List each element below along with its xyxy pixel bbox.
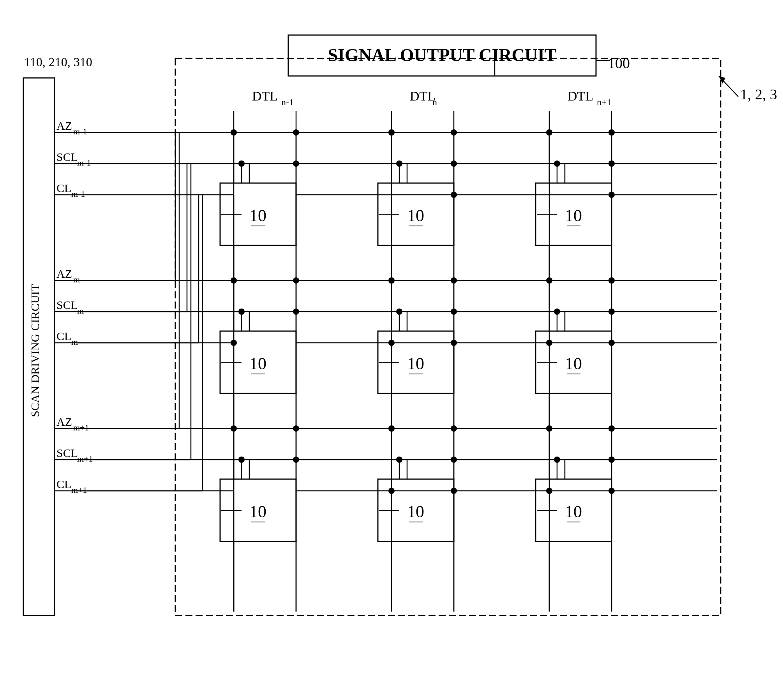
dtl-n-minus-1: DTL — [252, 89, 278, 103]
cell-3-1: 10 — [249, 502, 266, 521]
corner-label: 1, 2, 3 — [740, 86, 777, 102]
dtl-n-sub: n — [432, 97, 437, 107]
svg-point-108 — [608, 488, 615, 494]
cell-2-3: 10 — [565, 354, 582, 373]
az-m-sub: m — [73, 275, 80, 284]
dtl-n-plus-1: DTL — [568, 89, 593, 103]
dtl-n-minus-1-sub: n-1 — [281, 97, 294, 107]
svg-point-100 — [608, 340, 615, 346]
cell-1-1: 10 — [249, 206, 266, 225]
source-label: 110, 210, 310 — [24, 55, 92, 69]
scl-m-label: SCL — [56, 298, 78, 311]
cell-3-3: 10 — [565, 502, 582, 521]
scl-m-plus-1-sub: m+1 — [77, 454, 93, 464]
az-m-minus-1-sub: m-1 — [73, 127, 87, 136]
dtl-n-plus-1-sub: n+1 — [597, 97, 612, 107]
cl-m-plus-1-label: CL — [56, 478, 71, 490]
scl-m-sub: m — [77, 306, 84, 316]
cell-1-2: 10 — [407, 206, 424, 225]
cell-2-1: 10 — [249, 354, 266, 373]
dtl-n: DTL — [410, 89, 436, 103]
scl-m-minus-1-label: SCL — [56, 150, 78, 163]
cell-1-3: 10 — [565, 206, 582, 225]
cl-m-minus-1-sub: m-1 — [71, 189, 85, 199]
az-m-plus-1-sub: m+1 — [73, 423, 89, 432]
svg-point-102 — [451, 192, 457, 198]
az-m-plus-1-label: AZ — [56, 415, 72, 428]
cl-m-sub: m — [71, 337, 78, 347]
cl-m-minus-1-label: CL — [56, 182, 71, 194]
cl-m-plus-1-sub: m+1 — [71, 485, 87, 495]
diagram-container: SIGNAL OUTPUT CIRCUIT 100 1, 2, 3 110, 2… — [0, 0, 783, 700]
svg-point-95 — [231, 340, 237, 346]
svg-point-99 — [451, 340, 457, 346]
scan-driving-circuit-label: SCAN DRIVING CIRCUIT — [28, 284, 41, 417]
svg-point-107 — [546, 488, 552, 494]
cl-m-label: CL — [56, 330, 71, 342]
az-m-minus-1-label: AZ — [56, 119, 72, 132]
circuit-diagram: SIGNAL OUTPUT CIRCUIT 100 1, 2, 3 110, 2… — [0, 0, 783, 700]
reference-100: 100 — [608, 55, 630, 71]
svg-point-106 — [451, 488, 457, 494]
az-m-label: AZ — [56, 267, 72, 280]
scl-m-minus-1-sub: m-1 — [77, 158, 91, 168]
svg-point-103 — [608, 192, 615, 198]
cell-2-2: 10 — [407, 354, 424, 373]
scl-m-plus-1-label: SCL — [56, 446, 78, 459]
svg-rect-1 — [175, 58, 721, 615]
circuit-title: SIGNAL OUTPUT CIRCUIT — [328, 45, 556, 65]
svg-point-105 — [388, 488, 395, 494]
cell-3-2: 10 — [407, 502, 424, 521]
